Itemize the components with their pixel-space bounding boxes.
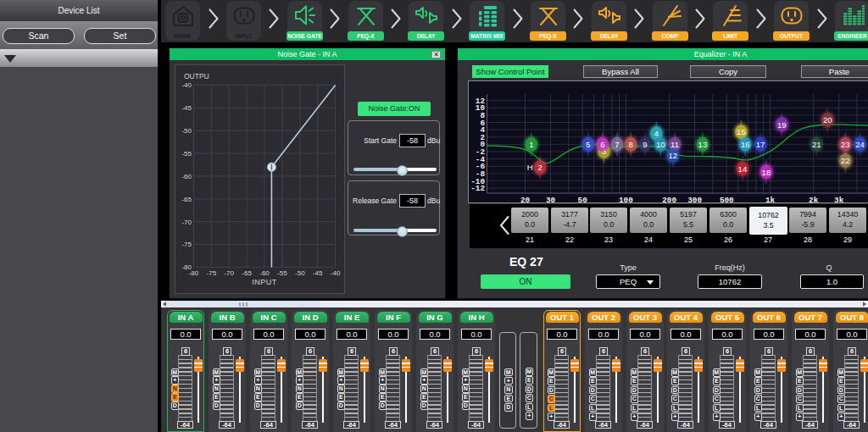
svg-text:22: 22 (841, 156, 850, 165)
svg-text:-70: -70 (224, 269, 234, 277)
svg-text:200: 200 (662, 196, 676, 203)
svg-text:-65: -65 (181, 196, 192, 203)
svg-text:-50: -50 (295, 269, 305, 277)
svg-text:15: 15 (737, 127, 746, 136)
svg-text:5: 5 (586, 140, 590, 149)
svg-text:21: 21 (812, 140, 821, 149)
svg-text:-60: -60 (259, 269, 270, 277)
svg-text:9: 9 (643, 140, 647, 149)
svg-text:INPUT: INPUT (252, 278, 277, 286)
svg-text:2: 2 (537, 163, 542, 172)
svg-text:8: 8 (629, 140, 633, 149)
svg-text:-45: -45 (181, 104, 192, 112)
svg-text:4: 4 (654, 129, 659, 138)
svg-text:17: 17 (756, 140, 765, 149)
svg-text:300: 300 (687, 196, 702, 203)
svg-text:-60: -60 (181, 173, 192, 180)
svg-text:11: 11 (670, 140, 679, 149)
svg-text:6: 6 (600, 140, 604, 149)
svg-text:-75: -75 (207, 269, 217, 277)
svg-text:20: 20 (823, 115, 832, 125)
svg-text:-70: -70 (181, 219, 192, 226)
svg-text:50: 50 (578, 196, 588, 203)
svg-text:19: 19 (777, 120, 787, 130)
svg-text:23: 23 (841, 140, 850, 149)
svg-text:13: 13 (698, 140, 708, 149)
svg-text:100: 100 (619, 196, 633, 203)
svg-text:1k: 1k (765, 196, 776, 203)
svg-text:20: 20 (520, 196, 531, 203)
svg-text:-55: -55 (277, 269, 287, 277)
svg-text:-40: -40 (331, 269, 341, 277)
svg-text:-55: -55 (181, 150, 192, 158)
svg-text:1: 1 (529, 140, 533, 149)
svg-text:-65: -65 (242, 269, 252, 277)
svg-text:14: 14 (738, 164, 748, 174)
svg-text:-40: -40 (181, 81, 192, 89)
svg-text:7: 7 (615, 140, 619, 149)
svg-text:500: 500 (720, 196, 734, 203)
svg-text:3k: 3k (834, 196, 844, 203)
svg-text:10: 10 (656, 140, 665, 149)
svg-text:-80: -80 (181, 263, 192, 271)
svg-text:OUTPU: OUTPU (184, 72, 209, 80)
svg-text:18: 18 (762, 168, 771, 177)
svg-text:12: 12 (669, 151, 678, 160)
svg-text:-12: -12 (470, 184, 485, 193)
svg-text:-75: -75 (181, 241, 192, 248)
svg-text:30: 30 (546, 196, 556, 203)
svg-text:16: 16 (741, 140, 750, 149)
svg-text:-50: -50 (181, 127, 192, 135)
svg-text:2k: 2k (809, 196, 819, 203)
svg-text:H: H (527, 163, 533, 172)
svg-text:24: 24 (855, 140, 865, 149)
svg-text:-45: -45 (313, 269, 323, 277)
